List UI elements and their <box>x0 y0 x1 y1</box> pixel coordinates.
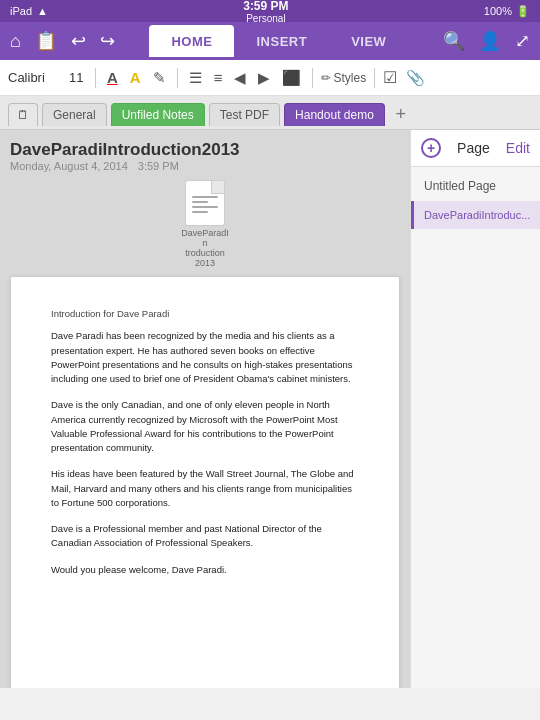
panel-edit-button[interactable]: Edit <box>506 140 530 156</box>
thumb-label: DaveParadIntroduction2013 <box>180 228 230 268</box>
panel-header: + Page Edit <box>411 130 540 167</box>
doc-tab-handout[interactable]: Handout demo <box>284 103 385 126</box>
status-time-area: 3:59 PM Personal <box>48 0 484 24</box>
panel-item-daveintro[interactable]: DaveParadiIntroduc... <box>411 201 540 229</box>
divider-4 <box>374 68 375 88</box>
styles-icon: ✏ <box>321 71 331 85</box>
thumb-line-1 <box>192 196 218 198</box>
panel-item-untitled[interactable]: Untitled Page <box>411 171 540 201</box>
status-left: iPad ▲ <box>10 5 48 17</box>
panel-items: Untitled Page DaveParadiIntroduc... <box>411 167 540 233</box>
intro-label: Introduction for Dave Paradi <box>51 307 359 321</box>
attach-icon[interactable]: 📎 <box>403 67 428 89</box>
divider-1 <box>95 68 96 88</box>
numbered-list-icon[interactable]: ≡ <box>211 67 226 88</box>
thumb-line-2 <box>192 201 208 203</box>
font-name[interactable]: Calibri <box>8 70 63 85</box>
font-color-icon[interactable]: A <box>104 67 121 88</box>
battery-label: 100% <box>484 5 512 17</box>
add-tab-button[interactable]: + <box>389 103 413 127</box>
doc-title: DaveParadiIntroduction2013 <box>10 140 400 160</box>
divider-3 <box>312 68 313 88</box>
bullet-list-icon[interactable]: ☰ <box>186 67 205 89</box>
panel-page-label: Page <box>457 140 490 156</box>
right-panel: + Page Edit Untitled Page DaveParadiIntr… <box>410 130 540 688</box>
doc-meta: Monday, August 4, 2014 3:59 PM <box>10 160 400 172</box>
tab-insert[interactable]: INSERT <box>234 25 329 57</box>
panel-add-button[interactable]: + <box>421 138 441 158</box>
doc-tab-unfiled[interactable]: Unfiled Notes <box>111 103 205 126</box>
home-tab-icon: 🗒 <box>17 108 29 122</box>
doc-tab-home[interactable]: 🗒 <box>8 103 38 126</box>
home-icon[interactable]: ⌂ <box>10 31 21 52</box>
device-label: iPad <box>10 5 32 17</box>
status-time: 3:59 PM <box>48 0 484 13</box>
thumb-icon-box <box>185 180 225 226</box>
user-icon[interactable]: 👤 <box>479 30 501 52</box>
notebook-icon[interactable]: 📋 <box>35 30 57 52</box>
doc-area: DaveParadiIntroduction2013 Monday, Augus… <box>0 130 410 688</box>
align-left-icon[interactable]: ◀ <box>231 67 249 89</box>
align-right-icon[interactable]: ▶ <box>255 67 273 89</box>
tab-view[interactable]: VIEW <box>329 25 408 57</box>
divider-2 <box>177 68 178 88</box>
styles-button[interactable]: ✏ Styles <box>321 71 366 85</box>
doc-tab-general[interactable]: General <box>42 103 107 126</box>
status-bar: iPad ▲ 3:59 PM Personal 100% 🔋 <box>0 0 540 22</box>
doc-thumbnail: DaveParadIntroduction2013 <box>10 180 400 268</box>
tab-home[interactable]: HOME <box>149 25 234 57</box>
search-icon[interactable]: 🔍 <box>443 30 465 52</box>
doc-paragraph-4: Dave is a Professional member and past N… <box>51 522 359 551</box>
doc-paragraph-2: Dave is the only Canadian, and one of on… <box>51 398 359 455</box>
doc-time: 3:59 PM <box>138 160 179 172</box>
status-right: 100% 🔋 <box>484 5 530 18</box>
thumb-line-3 <box>192 206 218 208</box>
format-toolbar: Calibri 11 A A ✎ ☰ ≡ ◀ ▶ ⬛ ✏ Styles ☑ 📎 <box>0 60 540 96</box>
font-size[interactable]: 11 <box>69 70 87 85</box>
battery-icon: 🔋 <box>516 5 530 18</box>
styles-label: Styles <box>333 71 366 85</box>
toolbar-right-icons: 🔍 👤 ⤢ <box>443 30 530 52</box>
fullscreen-icon[interactable]: ⤢ <box>515 30 530 52</box>
toolbar-top: ⌂ 📋 ↩ ↪ HOME INSERT VIEW 🔍 👤 ⤢ <box>0 22 540 60</box>
doc-paragraph-1: Dave Paradi has been recognized by the m… <box>51 329 359 386</box>
eraser-icon[interactable]: ✎ <box>150 67 169 89</box>
doc-header: DaveParadiIntroduction2013 Monday, Augus… <box>10 140 400 172</box>
doc-paragraph-3: His ideas have been featured by the Wall… <box>51 467 359 510</box>
toolbar-left-icons: ⌂ 📋 ↩ ↪ <box>10 30 115 52</box>
doc-date: Monday, August 4, 2014 <box>10 160 128 172</box>
doc-paragraph-5: Would you please welcome, Dave Paradi. <box>51 563 359 577</box>
nav-tabs: HOME INSERT VIEW <box>149 25 408 57</box>
thumb-line-4 <box>192 211 208 213</box>
main-content: DaveParadiIntroduction2013 Monday, Augus… <box>0 130 540 688</box>
page-document[interactable]: Introduction for Dave Paradi Dave Paradi… <box>10 276 400 688</box>
thumb-lines <box>186 188 224 219</box>
doc-tabs: 🗒 General Unfiled Notes Test PDF Handout… <box>0 96 540 130</box>
highlight-icon[interactable]: A <box>127 67 144 88</box>
undo-icon[interactable]: ↩ <box>71 30 86 52</box>
doc-tab-test-pdf[interactable]: Test PDF <box>209 103 280 126</box>
redo-icon[interactable]: ↪ <box>100 30 115 52</box>
wifi-icon: ▲ <box>37 5 48 17</box>
check-icon[interactable]: ☑ <box>383 68 397 87</box>
align-justify-icon[interactable]: ⬛ <box>279 67 304 89</box>
status-subtitle: Personal <box>48 13 484 24</box>
